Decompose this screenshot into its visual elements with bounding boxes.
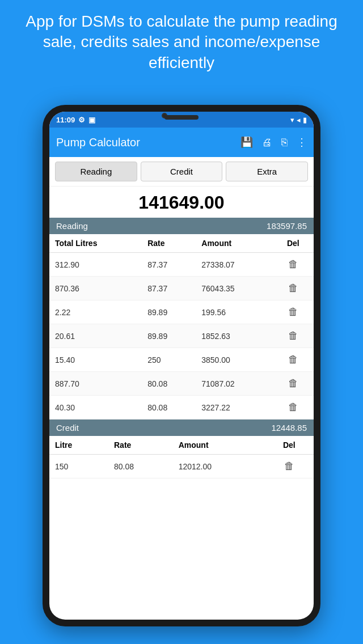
delete-cell[interactable]: 🗑 [273, 348, 314, 372]
cell-litres: 2.22 [49, 300, 142, 324]
cell-amount: 3227.22 [196, 396, 272, 420]
cell-rate: 87.37 [142, 277, 196, 300]
cell-amount: 27338.07 [196, 253, 272, 277]
delete-cell[interactable]: 🗑 [273, 253, 314, 277]
app-bar-icons: 💾 🖨 ⎘ ⋮ [240, 136, 307, 149]
cell-litres: 870.36 [49, 277, 142, 300]
total-display: 141649.00 [49, 187, 314, 218]
reading-table-row: 870.36 87.37 76043.35 🗑 [49, 277, 314, 300]
trash-icon[interactable]: 🗑 [288, 282, 298, 294]
reading-table-row: 20.61 89.89 1852.63 🗑 [49, 324, 314, 348]
cell-amount: 76043.35 [196, 277, 272, 300]
trash-icon[interactable]: 🗑 [288, 259, 298, 270]
save-icon[interactable]: 💾 [240, 136, 253, 149]
delete-cell[interactable]: 🗑 [273, 396, 314, 420]
reading-table-row: 887.70 80.08 71087.02 🗑 [49, 372, 314, 396]
reading-table-row: 2.22 89.89 199.56 🗑 [49, 300, 314, 324]
credit-section-label: Credit [56, 423, 79, 433]
status-bar: 11:09 ⚙ ▣ ▾ ◂ ▮ [49, 112, 314, 128]
reading-table-header-row: Total Litres Rate Amount Del [49, 234, 314, 253]
cell-rate: 87.37 [142, 253, 196, 277]
header-description: App for DSMs to calculate the pump readi… [0, 0, 363, 82]
wifi-icon: ▾ [290, 116, 294, 124]
status-time: 11:09 [56, 116, 75, 124]
trash-icon[interactable]: 🗑 [288, 401, 298, 413]
more-icon[interactable]: ⋮ [297, 136, 307, 149]
trash-icon[interactable]: 🗑 [288, 354, 298, 365]
phone-mockup: 11:09 ⚙ ▣ ▾ ◂ ▮ Pump Calculator 💾 🖨 ⎘ ⋮ … [43, 105, 320, 626]
reading-table-row: 312.90 87.37 27338.07 🗑 [49, 253, 314, 277]
app-bar: Pump Calculator 💾 🖨 ⎘ ⋮ [49, 128, 314, 157]
trash-icon[interactable]: 🗑 [284, 460, 294, 472]
cell-litres: 887.70 [49, 372, 142, 396]
signal-icon: ◂ [297, 116, 301, 124]
battery-icon: ▮ [303, 116, 307, 124]
reading-table-row: 40.30 80.08 3227.22 🗑 [49, 396, 314, 420]
cell-litres: 20.61 [49, 324, 142, 348]
credit-section-value: 12448.85 [271, 423, 307, 433]
phone-screen: 11:09 ⚙ ▣ ▾ ◂ ▮ Pump Calculator 💾 🖨 ⎘ ⋮ … [49, 112, 314, 620]
cell-litres: 312.90 [49, 253, 142, 277]
cell-rate: 89.89 [142, 324, 196, 348]
settings-icon: ⚙ [78, 116, 85, 124]
cell-amount: 3850.00 [196, 348, 272, 372]
phone-speaker [164, 115, 199, 120]
credit-section-header: Credit 12448.85 [49, 420, 314, 436]
delete-cell[interactable]: 🗑 [273, 300, 314, 324]
status-right: ▾ ◂ ▮ [290, 116, 307, 124]
col-del2: Del [265, 436, 314, 455]
credit-table: Litre Rate Amount Del 150 80.08 12012.00… [49, 436, 314, 478]
reading-section-value: 183597.85 [267, 221, 307, 231]
col-total-litres: Total Litres [49, 234, 142, 253]
cell-litre: 150 [49, 455, 108, 478]
cell-rate: 89.89 [142, 300, 196, 324]
col-del: Del [273, 234, 314, 253]
print-icon[interactable]: 🖨 [262, 137, 272, 149]
status-left: 11:09 ⚙ ▣ [56, 116, 95, 124]
tab-credit[interactable]: Credit [141, 162, 223, 181]
sim-icon: ▣ [88, 116, 95, 124]
credit-table-header-row: Litre Rate Amount Del [49, 436, 314, 455]
tabs-row: Reading Credit Extra [49, 157, 314, 187]
col-rate2: Rate [108, 436, 173, 455]
trash-icon[interactable]: 🗑 [288, 306, 298, 317]
reading-section-header: Reading 183597.85 [49, 218, 314, 234]
trash-icon[interactable]: 🗑 [288, 378, 298, 389]
cell-litres: 40.30 [49, 396, 142, 420]
cell-litres: 15.40 [49, 348, 142, 372]
cell-rate: 80.08 [142, 372, 196, 396]
reading-table: Total Litres Rate Amount Del 312.90 87.3… [49, 234, 314, 420]
cell-rate: 250 [142, 348, 196, 372]
cell-amount: 71087.02 [196, 372, 272, 396]
reading-section-label: Reading [56, 221, 88, 231]
delete-cell[interactable]: 🗑 [273, 324, 314, 348]
col-rate: Rate [142, 234, 196, 253]
delete-cell[interactable]: 🗑 [273, 277, 314, 300]
cell-rate: 80.08 [108, 455, 173, 478]
delete-cell[interactable]: 🗑 [273, 372, 314, 396]
reading-table-row: 15.40 250 3850.00 🗑 [49, 348, 314, 372]
tab-reading[interactable]: Reading [55, 162, 137, 181]
cell-amount: 199.56 [196, 300, 272, 324]
col-amount: Amount [196, 234, 272, 253]
app-title: Pump Calculator [56, 136, 240, 149]
cell-amount: 12012.00 [173, 455, 265, 478]
share-icon[interactable]: ⎘ [281, 137, 288, 149]
tab-extra[interactable]: Extra [226, 162, 308, 181]
trash-icon[interactable]: 🗑 [288, 330, 298, 341]
credit-table-row: 150 80.08 12012.00 🗑 [49, 455, 314, 478]
content-scroll[interactable]: Reading 183597.85 Total Litres Rate Amou… [49, 218, 314, 620]
col-amount2: Amount [173, 436, 265, 455]
col-litre: Litre [49, 436, 108, 455]
delete-cell[interactable]: 🗑 [265, 455, 314, 478]
cell-rate: 80.08 [142, 396, 196, 420]
cell-amount: 1852.63 [196, 324, 272, 348]
